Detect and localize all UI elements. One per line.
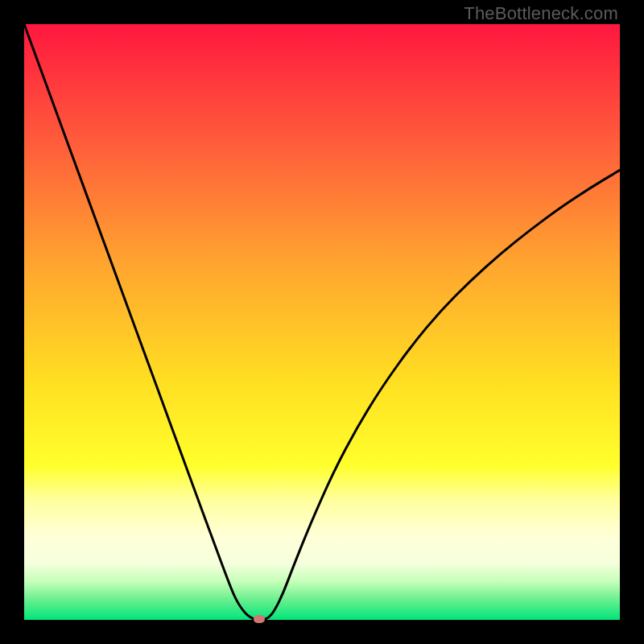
chart-frame (24, 24, 620, 620)
bottleneck-curve (24, 24, 620, 620)
gradient-background (24, 24, 620, 620)
chart-plot-area (24, 24, 620, 620)
watermark-text: TheBottleneck.com (464, 3, 618, 24)
chart-svg (24, 24, 620, 620)
optimal-point-marker (254, 615, 265, 623)
